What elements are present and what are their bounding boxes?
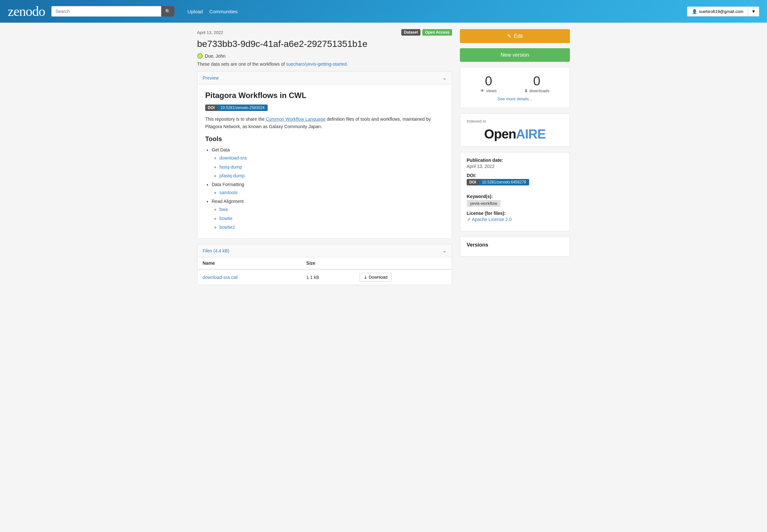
description-link[interactable]: suecharo/yevis-getting-started. bbox=[286, 61, 348, 67]
fastq-dump-link[interactable]: fastq-dump bbox=[219, 164, 242, 170]
list-item: bowtie bbox=[219, 215, 444, 223]
bowtie2-link[interactable]: bowtie2 bbox=[219, 225, 235, 230]
views-count: 0 bbox=[480, 74, 497, 88]
list-item: Data Formatting samtools bbox=[212, 181, 444, 197]
versions-title: Versions bbox=[467, 242, 563, 248]
list-item: download-sra bbox=[219, 154, 444, 162]
list-item: samtools bbox=[219, 189, 444, 197]
doi-row-value: DOI 10.5281/zenodo.6458279 bbox=[467, 179, 563, 190]
preview-panel-header[interactable]: Preview ⌄ bbox=[197, 72, 452, 84]
files-panel-header[interactable]: Files (4.4 kB) ⌄ bbox=[197, 244, 452, 257]
new-version-button[interactable]: New version bbox=[460, 48, 570, 62]
pub-date-value: April 13, 2022 bbox=[467, 164, 563, 169]
files-table-head: Name Size bbox=[197, 257, 452, 269]
doi-sidebar-badge: DOI 10.5281/zenodo.6458279 bbox=[467, 179, 529, 185]
openaire-open: Open bbox=[484, 127, 516, 141]
pfastq-dump-link[interactable]: pfastq-dump bbox=[219, 173, 245, 178]
col-actions bbox=[354, 257, 452, 269]
files-chevron-icon: ⌄ bbox=[442, 248, 447, 254]
right-column: ✎ Edit New version 0 👁 views 0 ⬇ bbox=[460, 29, 570, 290]
file-link[interactable]: download-sra.cwl bbox=[203, 275, 238, 280]
list-item-label: Get Data bbox=[212, 147, 230, 152]
list-item: fastq-dump bbox=[219, 163, 444, 171]
openaire-aire: AIRE bbox=[516, 127, 546, 141]
keywords-row: Keyword(s): yevis-workflow bbox=[467, 194, 563, 207]
see-more-link[interactable]: See more details... bbox=[467, 96, 563, 101]
list-item: Get Data download-sra fastq-dump pfastq-… bbox=[212, 146, 444, 180]
download-icon: ⤓ bbox=[364, 275, 367, 280]
files-size: (4.4 kB) bbox=[213, 248, 229, 253]
list-item: Read Alignment bwa bowtie bowtie2 bbox=[212, 197, 444, 231]
preview-panel: Preview ⌄ Pitagora Workflows in CWL DOI … bbox=[197, 71, 452, 239]
communities-link[interactable]: Communities bbox=[209, 9, 238, 14]
views-label: 👁 views bbox=[480, 88, 497, 93]
list-item: pfastq-dump bbox=[219, 172, 444, 180]
cwl-link[interactable]: Common Workflow Language bbox=[266, 116, 326, 122]
keywords-label: Keyword(s): bbox=[467, 194, 563, 199]
bwa-link[interactable]: bwa bbox=[219, 207, 228, 212]
license-row: License (for files): ↗ Apache License 2.… bbox=[467, 211, 563, 222]
table-header-row: Name Size bbox=[197, 257, 452, 269]
samtools-link[interactable]: samtools bbox=[219, 190, 238, 195]
downloads-label: ⬇ downloads bbox=[524, 88, 550, 93]
openaire-box: Indexed in OpenAIRE bbox=[460, 113, 570, 147]
openaire-text: OpenAIRE bbox=[484, 127, 546, 141]
sub-list: bwa bowtie bowtie2 bbox=[212, 205, 444, 231]
edit-button[interactable]: ✎ Edit bbox=[460, 29, 570, 43]
file-actions-cell: ⤓ Download bbox=[354, 269, 452, 285]
keyword-tag: yevis-workflow bbox=[467, 200, 501, 207]
files-table: Name Size download-sra.cwl 1.1 kB ⤓ bbox=[197, 257, 452, 285]
external-link-icon: ↗ bbox=[467, 217, 471, 222]
pencil-icon: ✎ bbox=[507, 33, 511, 39]
author-line: iD Due, John bbox=[197, 53, 452, 59]
record-meta-row: April 13, 2022 Dataset Open Access bbox=[197, 29, 452, 36]
orcid-icon: iD bbox=[197, 53, 203, 59]
views-stat: 0 👁 views bbox=[480, 74, 497, 93]
author-name: Due, John bbox=[205, 53, 226, 59]
pub-date-label: Publication date: bbox=[467, 158, 563, 163]
preview-panel-title: Preview bbox=[203, 75, 219, 81]
header-nav: Upload Communities bbox=[187, 9, 238, 14]
edit-label: Edit bbox=[514, 33, 523, 39]
left-column: April 13, 2022 Dataset Open Access be733… bbox=[197, 29, 452, 290]
license-label: License (for files): bbox=[467, 211, 563, 216]
doi-badge-value: 10.5281/zenodo.2583024 bbox=[217, 105, 268, 111]
license-link[interactable]: ↗ Apache License 2.0 bbox=[467, 217, 563, 222]
search-container: 🔍 bbox=[51, 6, 174, 17]
record-date: April 13, 2022 bbox=[197, 30, 223, 35]
col-size: Size bbox=[301, 257, 354, 269]
downloads-count: 0 bbox=[524, 74, 550, 88]
doi-badge: DOI 10.5281/zenodo.2583024 bbox=[205, 105, 268, 111]
versions-box: Versions bbox=[460, 237, 570, 257]
download-sra-link[interactable]: download-sra bbox=[219, 155, 247, 161]
doi-sidebar-badge-value: 10.5281/zenodo.6458279 bbox=[479, 179, 529, 185]
download-stat-icon: ⬇ bbox=[524, 88, 528, 93]
sub-list: download-sra fastq-dump pfastq-dump bbox=[212, 154, 444, 180]
info-box: Publication date: April 13, 2022 DOI: DO… bbox=[460, 152, 570, 231]
doi-row: DOI: DOI 10.5281/zenodo.6458279 bbox=[467, 173, 563, 190]
eye-icon: 👁 bbox=[480, 88, 484, 93]
search-button[interactable]: 🔍 bbox=[161, 6, 174, 17]
list-item: bwa bbox=[219, 205, 444, 214]
user-account-button[interactable]: 👤 suehiro619@gmail.com bbox=[687, 6, 748, 17]
upload-link[interactable]: Upload bbox=[187, 9, 203, 14]
indexed-label: Indexed in bbox=[467, 119, 563, 124]
search-input[interactable] bbox=[51, 6, 161, 17]
badge-open-access: Open Access bbox=[422, 29, 452, 36]
logo: zenodo bbox=[8, 4, 45, 19]
doi-badge-label: DOI bbox=[205, 105, 217, 111]
license-text: Apache License 2.0 bbox=[472, 217, 512, 222]
col-name: Name bbox=[197, 257, 301, 269]
list-item: bowtie2 bbox=[219, 223, 444, 231]
preview-description-text: This repository is to share the bbox=[205, 116, 265, 122]
badges: Dataset Open Access bbox=[401, 29, 452, 36]
list-item-label: Read Alignment bbox=[212, 199, 244, 204]
files-label: Files bbox=[203, 248, 212, 253]
preview-title: Pitagora Workflows in CWL bbox=[205, 91, 444, 100]
preview-panel-body: Pitagora Workflows in CWL DOI 10.5281/ze… bbox=[197, 84, 452, 238]
file-download-button[interactable]: ⤓ Download bbox=[360, 273, 392, 282]
bowtie-link[interactable]: bowtie bbox=[219, 216, 232, 221]
new-version-label: New version bbox=[501, 52, 529, 58]
badge-dataset: Dataset bbox=[401, 29, 420, 36]
user-dropdown-button[interactable]: ▼ bbox=[748, 6, 759, 17]
